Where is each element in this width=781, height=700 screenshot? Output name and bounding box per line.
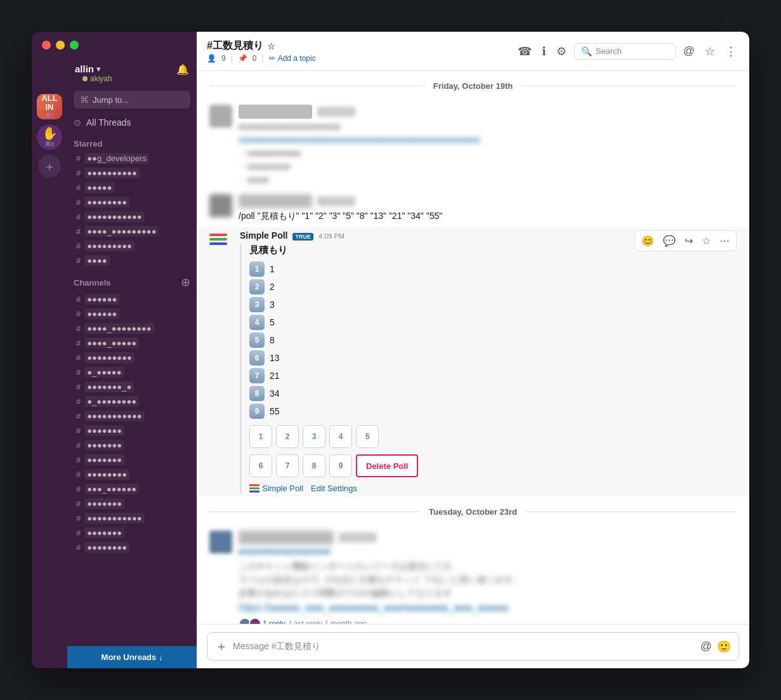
close-button[interactable] [42,41,51,50]
poll-option-8: 8 34 [249,386,737,401]
edit-settings-link[interactable]: Edit Settings [311,484,357,493]
minimize-button[interactable] [56,41,65,50]
channel-4[interactable]: # ●●●●●●●●● [70,350,194,365]
more-unreads-button[interactable]: More Unreads ↓ [67,646,197,668]
starred-section-header: Starred [67,131,197,151]
channel-5[interactable]: # ●_●●●●● [70,365,194,380]
tuesday-reply-ref: ●●●●●●●●●●●●●●● [239,546,737,557]
vote-btn-4[interactable]: 4 [329,425,352,448]
app-window: ALL IN ⌘1 ✋ ⌘2 ＋ allin ▾ akiyah [32,32,749,668]
timestamp-1: ●●● [317,107,355,117]
workspace-icon-strip: ALL IN ⌘1 ✋ ⌘2 ＋ [32,57,67,184]
poll-option-4: 4 5 [249,315,737,330]
timestamp-2: ●●● [317,196,355,206]
channel-9[interactable]: # ●●●●●●● [70,423,194,438]
at-icon[interactable]: @ [681,42,697,60]
traffic-lights [42,41,79,50]
workspace-icon-allin[interactable]: ALL IN ⌘1 [37,94,62,119]
info-icon[interactable]: ℹ [539,42,549,61]
channel-16[interactable]: # ●●●●●●● [70,525,194,540]
channel-star-icon[interactable]: ☆ [267,41,275,51]
channel-15[interactable]: # ●●●●●●●●●●● [70,511,194,525]
reply-count-text[interactable]: 1 reply [263,619,285,624]
channel-6[interactable]: # ●●●●●●●_● [70,380,194,394]
star-message-icon[interactable]: ☆ [698,232,714,249]
channel-3[interactable]: # ●●●●_●●●●● [70,336,194,350]
vote-btn-6[interactable]: 6 [249,454,272,477]
channel-meta: 👤 9 | 📌 0 | ✏ Add a topic [207,54,510,63]
vote-btn-1[interactable]: 1 [249,425,272,448]
channel-8[interactable]: # ●●●●●●●●●●● [70,409,194,423]
tuesday-link-1: https://●●●●●_●●●_●●●●●●●●_●●●/●●●●●●●_●… [239,602,737,614]
reply-time: Last reply 1 month ago [289,619,367,624]
threads-icon: ⊙ [74,117,81,128]
message-emoji-icon[interactable]: 🙂 [717,640,731,654]
add-channel-button[interactable]: ⊕ [181,275,190,289]
channel-1[interactable]: # ●●●●●● [70,307,194,321]
starred-channel-7[interactable]: # ●●●● [70,253,194,268]
vote-btn-7[interactable]: 7 [276,454,299,477]
status-dot [82,76,88,81]
poll-body: 見積もり 1 1 2 2 3 3 [240,244,737,493]
message-2-header: ●●● [239,194,737,208]
message-1-text: ●●●●●●●●●●●●●●●●●●● [239,120,737,133]
star-header-icon[interactable]: ☆ [702,42,718,61]
channel-17[interactable]: # ●●●●●●●● [70,540,194,555]
search-box[interactable]: 🔍 Search [574,43,676,60]
vote-btn-8[interactable]: 8 [303,454,325,477]
message-2-text: /poll "見積もり" "1" "2" "3" "5" "8" "13" "2… [239,209,737,223]
poll-option-3: 3 3 [249,297,737,312]
channel-7[interactable]: # ●_●●●●●●●● [70,394,194,409]
message-2-content: ●●● /poll "見積もり" "1" "2" "3" "5" "8" "13… [239,194,737,223]
starred-channel-2[interactable]: # ●●●●● [70,180,194,195]
starred-channel-4[interactable]: # ●●●●●●●●●●● [70,209,194,224]
channel-13[interactable]: # ●●●_●●●●●● [70,482,194,496]
poll-content: Simple Poll true 4:09 PM 見積もり 1 1 2 2 [240,230,737,493]
call-icon[interactable]: ☎ [515,42,534,61]
jump-icon: ⌘ [80,95,89,105]
vote-btn-2[interactable]: 2 [276,425,299,448]
vote-btn-5[interactable]: 5 [356,425,379,448]
more-message-actions-icon[interactable]: ⋯ [716,232,733,249]
tuesday-divider: Tuesday, October 23rd [197,497,749,527]
channel-12[interactable]: # ●●●●●●●● [70,467,194,482]
message-plus-icon[interactable]: ＋ [215,638,228,655]
tuesday-message-1-header: ●●● [239,531,737,545]
poll-option-1: 1 1 [249,261,737,277]
all-threads-button[interactable]: ⊙ All Threads [67,114,197,131]
forward-icon[interactable]: ↪ [681,232,697,249]
emoji-react-icon[interactable]: 😊 [638,232,658,249]
maximize-button[interactable] [70,41,79,50]
poll-sender: Simple Poll [240,230,287,241]
message-input[interactable]: Message #工数見積り [233,641,695,652]
poll-vote-buttons-row1: 1 2 3 4 5 [249,425,737,448]
workspace-name[interactable]: allin ▾ [75,63,120,74]
vote-btn-3[interactable]: 3 [303,425,325,448]
starred-channel-3[interactable]: # ●●●●●●●● [70,195,194,209]
channel-0[interactable]: # ●●●●●● [70,292,194,307]
channel-14[interactable]: # ●●●●●●● [70,496,194,511]
message-at-icon[interactable]: @ [700,640,712,653]
starred-channel-5[interactable]: # ●●●●_●●●●●●●●● [70,224,194,239]
channel-10[interactable]: # ●●●●●●● [70,438,194,452]
settings-icon[interactable]: ⚙ [554,42,569,61]
tuesday-sender-1 [239,531,334,545]
starred-channel-6[interactable]: # ●●●●●●●●● [70,239,194,253]
add-workspace-button[interactable]: ＋ [38,155,61,178]
reply-icon[interactable]: 💬 [659,232,679,249]
channel-2[interactable]: # ●●●●_●●●●●●●● [70,321,194,336]
message-poll: Simple Poll true 4:09 PM 見積もり 1 1 2 2 [197,227,749,497]
starred-channel-0[interactable]: # ●●g_developers [70,151,194,166]
channel-11[interactable]: # ●●●●●●● [70,452,194,467]
more-options-icon[interactable]: ⋮ [723,42,739,61]
jump-to-button[interactable]: ⌘ Jump to... [74,91,190,109]
delete-poll-button[interactable]: Delete Poll [356,454,418,477]
starred-channel-1[interactable]: # ●●●●●●●●●● [70,166,194,180]
notification-bell-icon[interactable]: 🔔 [176,63,189,76]
workspace-icon-2[interactable]: ✋ ⌘2 [37,124,62,150]
main-content: #工数見積り ☆ 👤 9 | 📌 0 | ✏ Add a topic [197,32,749,668]
add-topic-button[interactable]: ✏ Add a topic [269,54,316,63]
simple-poll-link[interactable]: Simple Poll [249,484,303,493]
message-1-link: ●●●●●●●●●●●●●●●●●●●●●●●●●●●●●●●●●●●●●●●●… [239,133,737,147]
vote-btn-9[interactable]: 9 [329,454,352,477]
